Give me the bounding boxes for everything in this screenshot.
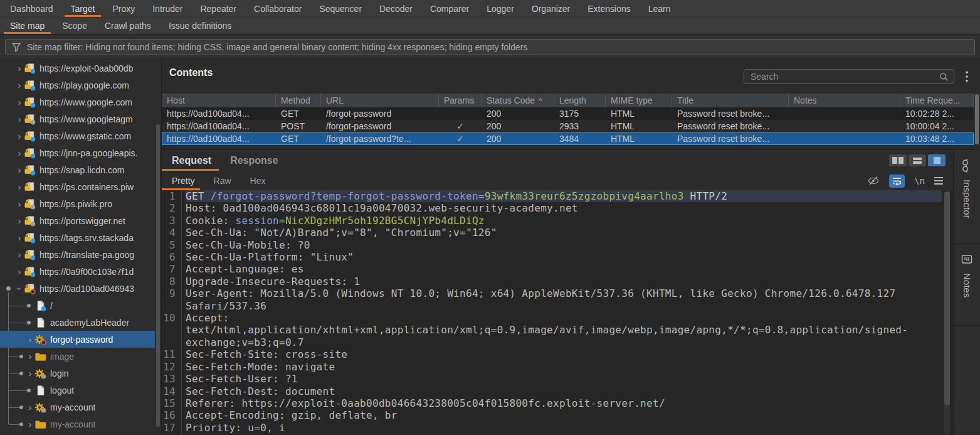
- request-editor[interactable]: 1GET /forgot-password?temp-forgot-passwo…: [162, 190, 953, 435]
- subtab-site-map[interactable]: Site map: [1, 18, 53, 34]
- tree-item-https-www-google-com[interactable]: ›https://www.google.com: [0, 94, 155, 110]
- subtab-crawl-paths[interactable]: Crawl paths: [96, 18, 160, 34]
- tab-raw[interactable]: Raw: [214, 171, 231, 190]
- side-tab-inspector[interactable]: Inspector: [954, 150, 980, 244]
- menu-tab-decoder[interactable]: Decoder: [371, 0, 421, 17]
- tab-pretty[interactable]: Pretty: [172, 171, 195, 190]
- tree-item-https-exploit-0aab00db[interactable]: ›https://exploit-0aab00db: [0, 60, 155, 77]
- menu-tab-intruder[interactable]: Intruder: [144, 0, 191, 17]
- chevron-right-icon[interactable]: ›: [15, 149, 24, 158]
- chevron-right-icon[interactable]: ›: [15, 250, 24, 259]
- kebab-menu-icon[interactable]: [962, 70, 972, 83]
- word-wrap-icon[interactable]: [889, 175, 905, 188]
- column-header-method[interactable]: Method: [276, 94, 321, 107]
- tree-item-https-tags-srv-stackada[interactable]: ›https://tags.srv.stackada: [0, 229, 155, 246]
- chevron-right-icon[interactable]: ›: [15, 64, 24, 73]
- column-header-status-code[interactable]: Status Code^: [482, 94, 554, 107]
- tree-item-https-portswigger-net[interactable]: ›https://portswigger.net: [0, 212, 155, 229]
- tab-response[interactable]: Response: [230, 150, 278, 171]
- tree-item-https-0ad100ad046943[interactable]: ›https://0ad100ad046943: [0, 280, 155, 297]
- menu-tab-learn[interactable]: Learn: [640, 0, 680, 17]
- chevron-right-icon[interactable]: ›: [15, 98, 24, 107]
- chevron-right-icon[interactable]: ›: [15, 200, 24, 208]
- menu-tab-proxy[interactable]: Proxy: [103, 0, 144, 17]
- column-header-title[interactable]: Title: [672, 94, 789, 107]
- editor-scrollbar[interactable]: [944, 191, 950, 434]
- menu-tab-organizer[interactable]: Organizer: [523, 0, 579, 17]
- layout-columns-icon[interactable]: [889, 154, 907, 166]
- chevron-right-icon[interactable]: ›: [26, 403, 34, 412]
- search-icon: [939, 72, 949, 82]
- tree-item-https-snap-licdn-com[interactable]: ›https://snap.licdn.com: [0, 161, 155, 178]
- tab-hex[interactable]: Hex: [250, 171, 266, 190]
- chevron-right-icon[interactable]: ›: [15, 183, 24, 191]
- tree-item-https-translate-pa-goog[interactable]: ›https://translate-pa.goog: [0, 246, 155, 263]
- tree-item-academylabheader[interactable]: academyLabHeader: [0, 314, 155, 331]
- tree-item-forgot-password[interactable]: ›forgot-password: [0, 331, 155, 348]
- column-header-url[interactable]: URL: [321, 94, 439, 107]
- column-header-host[interactable]: Host: [162, 94, 276, 107]
- page-icon: [34, 385, 46, 396]
- table-row[interactable]: https://0ad100ad04...POST/forgot-passwor…: [162, 120, 974, 132]
- line-text: Sec-Ch-Ua: "Not/A)Brand";v="8", "Chromiu…: [186, 227, 942, 239]
- contents-table-scrollbar[interactable]: [974, 94, 979, 145]
- search-input[interactable]: [749, 71, 935, 82]
- chevron-right-icon[interactable]: ›: [15, 217, 24, 225]
- subtab-scope[interactable]: Scope: [53, 18, 96, 34]
- line-text: Sec-Fetch-User: ?1: [186, 373, 942, 385]
- tree-item-https-ps-containers-piw[interactable]: ›https://ps.containers.piw: [0, 178, 155, 195]
- column-header-params[interactable]: Params: [439, 94, 482, 107]
- chevron-right-icon[interactable]: ›: [26, 352, 34, 361]
- tree-item-https-jnn-pa-googleapis[interactable]: ›https://jnn-pa.googleapis.: [0, 144, 155, 161]
- chevron-right-icon[interactable]: ›: [15, 115, 24, 124]
- tree-item-my-account[interactable]: ›my-account: [0, 416, 155, 432]
- chevron-right-icon[interactable]: ›: [26, 335, 34, 344]
- layout-single-icon[interactable]: [928, 154, 946, 166]
- lock-host-icon: [24, 198, 36, 210]
- menu-tab-comparer[interactable]: Comparer: [421, 0, 478, 17]
- tree-item-image[interactable]: ›image: [0, 348, 155, 365]
- line-number: 11: [162, 348, 181, 360]
- sitemap-filter-bar[interactable]: Site map filter: Hiding not found items;…: [5, 39, 975, 55]
- chevron-right-icon[interactable]: ›: [15, 81, 24, 90]
- tree-item-https-www-gstatic-com[interactable]: ›https://www.gstatic.com: [0, 127, 155, 144]
- column-header-time-reque[interactable]: Time Reque...: [900, 94, 974, 107]
- tree-item-label: forgot-password: [50, 335, 113, 345]
- tab-request[interactable]: Request: [172, 150, 211, 171]
- menu-tab-extensions[interactable]: Extensions: [579, 0, 639, 17]
- menu-tab-repeater[interactable]: Repeater: [191, 0, 245, 17]
- tree-item-https-0a9f00c103e7f1d[interactable]: ›https://0a9f00c103e7f1d: [0, 263, 155, 280]
- eye-hidden-icon[interactable]: [867, 175, 880, 186]
- menu-tab-target[interactable]: Target: [62, 0, 104, 17]
- linebreak-icon[interactable]: \n: [914, 176, 925, 186]
- table-row[interactable]: https://0ad100ad04...GET/forgot-password…: [162, 107, 974, 120]
- column-header-length[interactable]: Length: [554, 94, 606, 107]
- chevron-right-icon[interactable]: ›: [15, 267, 24, 276]
- tree-item-https-www-googletagm[interactable]: ›https://www.googletagm: [0, 110, 155, 127]
- tree-item-login[interactable]: ›login: [0, 365, 155, 382]
- chevron-right-icon[interactable]: ›: [26, 369, 34, 378]
- tree-item-https-play-google-com[interactable]: ›https://play.google.com: [0, 77, 155, 94]
- menu-tab-collaborator[interactable]: Collaborator: [245, 0, 310, 17]
- chevron-down-icon[interactable]: ›: [15, 284, 24, 293]
- column-header-mime-type[interactable]: MIME type: [606, 94, 672, 107]
- chevron-right-icon[interactable]: ›: [15, 132, 24, 141]
- tree-item-https-ps-piwik-pro[interactable]: ›https://ps.piwik.pro: [0, 195, 155, 212]
- menu-tab-dashboard[interactable]: Dashboard: [1, 0, 62, 17]
- tree-item-[interactable]: /: [0, 297, 155, 314]
- menu-icon[interactable]: [934, 177, 943, 185]
- chevron-right-icon[interactable]: ›: [15, 166, 24, 175]
- sitemap-scrollbar[interactable]: [156, 124, 160, 427]
- chevron-right-icon[interactable]: ›: [15, 234, 24, 242]
- subtab-issue-definitions[interactable]: Issue definitions: [160, 18, 240, 34]
- line-number: 5: [162, 239, 181, 251]
- side-tab-notes[interactable]: Notes: [954, 244, 980, 326]
- column-header-notes[interactable]: Notes: [789, 94, 900, 107]
- menu-tab-sequencer[interactable]: Sequencer: [310, 0, 371, 17]
- menu-tab-logger[interactable]: Logger: [478, 0, 523, 17]
- tree-item-my-account[interactable]: ›my-account: [0, 399, 155, 416]
- layout-rows-icon[interactable]: [909, 154, 926, 166]
- tree-item-logout[interactable]: logout: [0, 382, 155, 399]
- table-row[interactable]: https://0ad100ad04...GET/forgot-password…: [162, 132, 974, 145]
- chevron-right-icon[interactable]: ›: [26, 420, 34, 429]
